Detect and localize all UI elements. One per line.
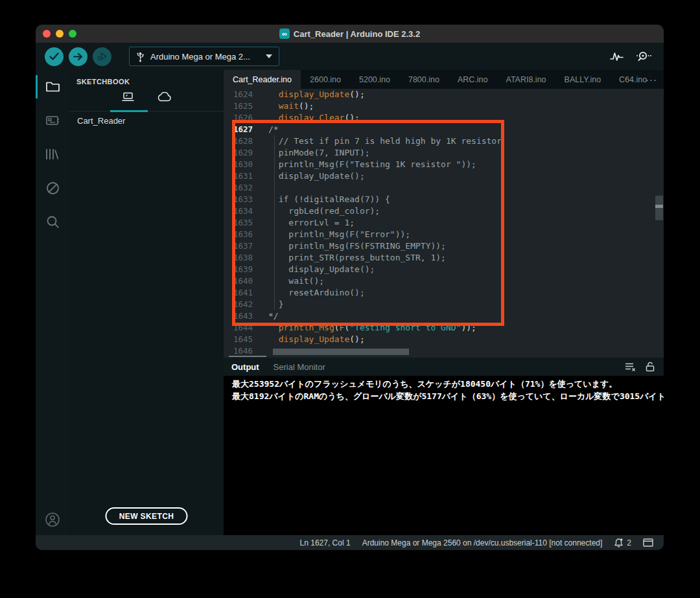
- circle-slash-icon: [45, 181, 60, 196]
- clear-output-icon[interactable]: [625, 362, 636, 371]
- file-tab-ATARI8.ino[interactable]: ATARI8.ino: [496, 70, 555, 89]
- file-tab-2600.ino[interactable]: 2600.ino: [301, 70, 350, 89]
- code-text: display_Update();: [259, 264, 375, 275]
- tab-output[interactable]: Output: [231, 362, 259, 372]
- line-number: 1625: [224, 100, 259, 112]
- code-text: if (!digitalRead(7)) {: [259, 194, 390, 205]
- laptop-icon: [121, 92, 135, 102]
- horizontal-scrollbar[interactable]: [273, 349, 409, 355]
- window-title: Cart_Reader | Arduino IDE 2.3.2: [294, 29, 420, 39]
- code-line-1643[interactable]: 1643*/: [224, 310, 664, 322]
- line-number: 1629: [224, 147, 259, 159]
- code-text: println_Msg(F("Testing 1K resistor "));: [259, 159, 476, 170]
- file-tab-BALLY.ino[interactable]: BALLY.ino: [555, 70, 611, 89]
- cloud-icon: [157, 92, 172, 102]
- code-editor[interactable]: 1624 display_Update();1625 wait();1626 d…: [224, 89, 664, 358]
- code-line-1634[interactable]: 1634 rgbLed(red_color);: [224, 205, 664, 217]
- tab-cloud-sketchbook[interactable]: [157, 92, 172, 102]
- code-line-1629[interactable]: 1629 pinMode(7, INPUT);: [224, 147, 664, 159]
- code-line-1644[interactable]: 1644 println_Msg(F("Testing short to GND…: [224, 322, 664, 334]
- output-panel: Output Serial Monitor 最大2539: [224, 358, 664, 535]
- status-bar: Ln 1627, Col 1 Arduino Mega or Mega 2560…: [36, 535, 664, 550]
- line-number: 1633: [224, 194, 259, 205]
- traffic-lights: [43, 30, 76, 38]
- code-line-1635[interactable]: 1635 errorLvl = 1;: [224, 217, 664, 229]
- code-text: display_Clear();: [259, 112, 360, 124]
- toggle-panel-button[interactable]: [643, 538, 653, 547]
- file-tab-ARC.ino[interactable]: ARC.ino: [449, 70, 497, 89]
- code-line-1631[interactable]: 1631 display_Update();: [224, 170, 664, 182]
- gutter-separator: [229, 356, 266, 357]
- upload-button[interactable]: [69, 47, 88, 66]
- file-tab-7800.ino[interactable]: 7800.ino: [399, 70, 449, 89]
- output-console[interactable]: 最大253952バイトのフラッシュメモリのうち、スケッチが180450バイト（7…: [224, 376, 664, 535]
- cursor-position[interactable]: Ln 1627, Col 1: [300, 538, 351, 547]
- code-line-1626[interactable]: 1626 display_Clear();: [224, 112, 664, 124]
- line-number: 1630: [224, 159, 259, 170]
- output-header: Output Serial Monitor: [224, 358, 664, 376]
- active-indicator: [36, 75, 38, 98]
- line-number: 1643: [224, 310, 259, 322]
- verify-button[interactable]: [45, 47, 64, 66]
- sidebar-item-boards-manager[interactable]: [36, 104, 69, 137]
- code-text: resetArduino();: [259, 287, 365, 299]
- file-tab-5200.ino[interactable]: 5200.ino: [350, 70, 399, 89]
- title-bar[interactable]: ∞ Cart_Reader | Arduino IDE 2.3.2: [36, 25, 664, 43]
- board-connection-status[interactable]: Arduino Mega or Mega 2560 on /dev/cu.usb…: [362, 538, 603, 547]
- code-text: /*: [259, 124, 279, 135]
- board-selector[interactable]: Arduino Mega or Mega 2...: [129, 47, 279, 66]
- sketch-list-item[interactable]: Cart_Reader: [69, 111, 224, 130]
- code-text: display_Update();: [259, 334, 365, 345]
- code-line-1641[interactable]: 1641 resetArduino();: [224, 287, 664, 299]
- line-number: 1631: [224, 170, 259, 182]
- output-message: 最大253952バイトのフラッシュメモリのうち、スケッチが180450バイト（7…: [232, 378, 664, 391]
- code-line-1639[interactable]: 1639 display_Update();: [224, 264, 664, 275]
- account-button[interactable]: [36, 511, 69, 528]
- code-line-1632[interactable]: 1632: [224, 182, 664, 194]
- code-line-1630[interactable]: 1630 println_Msg(F("Testing 1K resistor …: [224, 159, 664, 170]
- code-line-1625[interactable]: 1625 wait();: [224, 100, 664, 112]
- board-selector-label: Arduino Mega or Mega 2...: [150, 52, 250, 62]
- board-icon: [45, 114, 60, 127]
- check-icon: [49, 52, 59, 60]
- code-line-1637[interactable]: 1637 println_Msg(FS(FSTRING_EMPTY));: [224, 240, 664, 252]
- debug-button[interactable]: [93, 47, 111, 66]
- close-window-button[interactable]: [43, 30, 51, 38]
- file-tab-Cart_Reader.ino[interactable]: Cart_Reader.ino: [224, 70, 301, 89]
- code-text: pinMode(7, INPUT);: [259, 147, 370, 159]
- code-line-1640[interactable]: 1640 wait();: [224, 275, 664, 287]
- tab-serial-monitor[interactable]: Serial Monitor: [274, 362, 325, 372]
- editor-tab-bar: Cart_Reader.ino2600.ino5200.ino7800.inoA…: [224, 70, 664, 89]
- sidebar-item-debug[interactable]: [36, 171, 69, 205]
- code-line-1627[interactable]: 1627/*: [224, 124, 664, 135]
- sidebar-item-sketchbook[interactable]: [36, 70, 69, 104]
- code-line-1633[interactable]: 1633 if (!digitalRead(7)) {: [224, 194, 664, 205]
- line-number: 1632: [224, 182, 259, 194]
- vertical-scrollbar[interactable]: [655, 196, 663, 220]
- sidebar-item-search[interactable]: [36, 205, 69, 238]
- zoom-window-button[interactable]: [69, 30, 76, 38]
- code-line-1645[interactable]: 1645 display_Update();: [224, 334, 664, 345]
- line-number: 1637: [224, 240, 259, 252]
- serial-monitor-icon[interactable]: [635, 51, 652, 62]
- serial-plotter-icon[interactable]: [610, 51, 624, 62]
- notifications-count: 2: [627, 538, 631, 547]
- code-line-1642[interactable]: 1642 }: [224, 299, 664, 310]
- arrow-right-icon: [73, 52, 83, 61]
- sketchbook-tabs: [69, 86, 224, 111]
- sidebar-item-library-manager[interactable]: [36, 137, 69, 171]
- code-line-1628[interactable]: 1628 // Test if pin 7 is held high by 1K…: [224, 135, 664, 147]
- code-line-1638[interactable]: 1638 print_STR(press_button_STR, 1);: [224, 252, 664, 264]
- code-text: display_Update();: [259, 170, 365, 182]
- tab-local-sketchbook[interactable]: [121, 92, 135, 102]
- more-tabs-button[interactable]: ···: [646, 70, 657, 89]
- code-line-1636[interactable]: 1636 println_Msg(F("Error"));: [224, 229, 664, 240]
- line-number: 1628: [224, 135, 259, 147]
- notifications-button[interactable]: 2: [614, 538, 631, 547]
- minimize-window-button[interactable]: [56, 30, 64, 38]
- lock-open-icon[interactable]: [646, 362, 655, 372]
- arduino-ide-window: ∞ Cart_Reader | Arduino IDE 2.3.2: [36, 25, 664, 550]
- code-line-1624[interactable]: 1624 display_Update();: [224, 89, 664, 100]
- panel-title: SKETCHBOOK: [69, 70, 224, 86]
- new-sketch-button[interactable]: NEW SKETCH: [106, 507, 188, 525]
